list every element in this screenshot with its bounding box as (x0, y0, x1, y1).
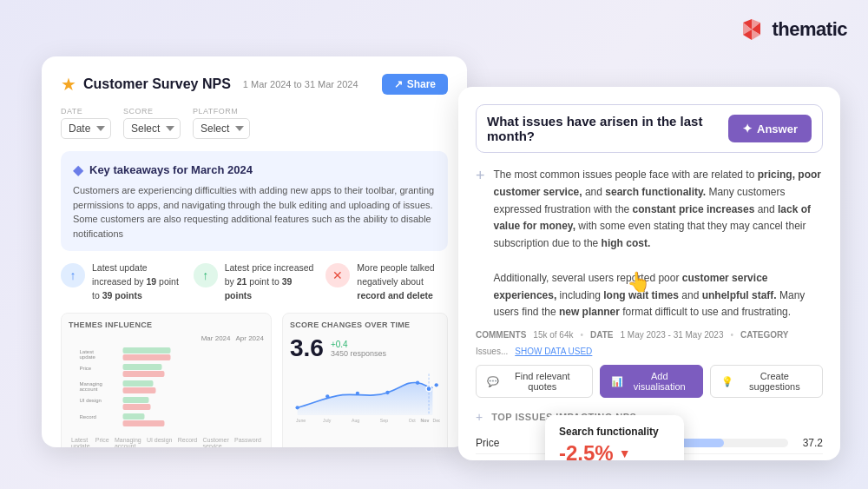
meta-dot-1: • (581, 330, 584, 340)
answer-text-2: and (582, 186, 606, 198)
svg-text:Record: Record (79, 414, 95, 420)
meta-category-val: Issues... (476, 347, 508, 356)
svg-rect-14 (122, 404, 150, 410)
share-icon: ↗ (394, 78, 403, 90)
metric-item-3: ✕ More people talked negatively about re… (326, 261, 448, 302)
svg-text:June: June (296, 418, 306, 423)
takeaways-text: Customers are experiencing difficulties … (73, 183, 436, 241)
answer-bold-7: long wait times (603, 289, 679, 301)
logo-icon (738, 16, 766, 43)
svg-point-27 (385, 391, 389, 394)
score-filter-select[interactable]: Select (123, 118, 181, 139)
takeaways-header: ◆ Key takeaways for March 2024 (73, 162, 436, 178)
svg-point-24 (295, 406, 299, 409)
answer-bold-9: new planner (559, 306, 620, 318)
score-chart: SCORE CHANGES OVER TIME 3.6 +0.4 3450 re… (282, 313, 448, 447)
svg-text:update: update (79, 354, 95, 360)
add-vis-icon: 📊 (611, 376, 623, 387)
metric-text-2: Latest price increased by 21 point to 39… (225, 261, 316, 302)
bar-x-label-3: Managingaccount (115, 437, 141, 447)
add-vis-label: Add visualisation (628, 371, 692, 392)
card-header: ★ Customer Survey NPS 1 Mar 2024 to 31 M… (61, 74, 448, 95)
svg-text:Aug: Aug (352, 418, 359, 423)
meta-dot-2: • (730, 330, 733, 340)
tooltip-value: -2.5% ▼ (559, 441, 670, 460)
answer-section: + The most common issues people face wit… (476, 167, 823, 321)
svg-text:Sep: Sep (380, 418, 388, 423)
card-title-group: ★ Customer Survey NPS 1 Mar 2024 to 31 M… (61, 74, 358, 95)
create-suggestions-button[interactable]: 💡 Create suggestions (710, 365, 823, 398)
date-filter-label: DATE (61, 107, 111, 116)
meta-comments-val: 15k of 64k (533, 330, 573, 340)
answer-text-1: The most common issues people face with … (494, 169, 758, 181)
answer-bold-2: search functionality. (605, 186, 706, 198)
logo-text: thematic (773, 18, 847, 41)
metric-icon-update: ↑ (61, 263, 85, 287)
tooltip-val-text: -2.5% (559, 441, 614, 460)
metric-item-2: ↑ Latest price increased by 21 point to … (194, 261, 316, 302)
answer-bold-5: high cost. (602, 237, 651, 249)
date-filter-select[interactable]: Date (61, 118, 111, 139)
answer-text-7: including (556, 289, 603, 301)
charts-row: THEMES INFLUENCE Mar 2024 Apr 2024 (61, 313, 448, 447)
find-quotes-label: Find relevant quotes (503, 371, 582, 392)
metric-icon-record: ✕ (326, 263, 350, 287)
tooltip-arrow: ▼ (619, 446, 631, 460)
find-quotes-button[interactable]: 💬 Find relevant quotes (476, 365, 593, 398)
metric-item-1: ↑ Latest update increased by 19 point to… (61, 261, 183, 302)
star-icon: ★ (61, 74, 76, 95)
card-date-range: 1 Mar 2024 to 31 Mar 2024 (243, 79, 358, 89)
svg-rect-8 (122, 354, 170, 360)
score-responses: 3450 responses (331, 349, 386, 358)
bar-x-label-7: Password (234, 437, 261, 447)
share-button[interactable]: ↗ Share (382, 74, 448, 95)
bar-col2-label: Apr 2024 (235, 334, 263, 342)
answer-text-10: format difficult to use and frustrating. (620, 306, 791, 318)
answer-icon: ✦ (742, 122, 753, 135)
meta-date-val: 1 May 2023 - 31 May 2023 (621, 330, 724, 340)
bar-x-label-1: Latestupdate (71, 437, 89, 447)
show-data-link[interactable]: SHOW DATA USED (515, 347, 592, 356)
add-visualisation-button[interactable]: 📊 Add visualisation (600, 365, 703, 398)
svg-point-26 (356, 392, 359, 395)
svg-rect-11 (122, 380, 153, 387)
bar-x-label-4: UI design (147, 437, 173, 447)
platform-filter-select[interactable]: Select (193, 118, 250, 139)
metric-icon-price: ↑ (194, 263, 218, 287)
diamond-icon: ◆ (73, 162, 83, 178)
svg-text:Price: Price (79, 366, 91, 371)
share-label: Share (407, 78, 436, 90)
answer-text-6: Additionally, several users reported poo… (494, 272, 682, 284)
answer-bold-8: unhelpful staff. (702, 289, 777, 301)
right-card: What issues have arisen in the last mont… (458, 87, 840, 460)
sparkline-svg: June July Aug Sep Oct Nov Dec (290, 362, 440, 423)
logo-area: thematic (738, 16, 847, 43)
svg-text:Nov: Nov (421, 418, 430, 423)
svg-point-28 (416, 381, 419, 385)
issue-value-price: 37.2 (797, 437, 823, 449)
score-filter-label: SCORE (123, 107, 181, 116)
bar-chart-label: THEMES INFLUENCE (69, 320, 264, 329)
section-expand-icon: + (476, 410, 483, 424)
answer-text-4: and (754, 203, 778, 215)
tooltip-title: Search functionality (559, 426, 670, 438)
answer-bold-3: constant price increases (633, 203, 755, 215)
metrics-row: ↑ Latest update increased by 19 point to… (61, 261, 448, 302)
svg-text:July: July (323, 418, 332, 423)
platform-filter-label: PLATFORM (193, 107, 250, 116)
date-filter-group: DATE Date (61, 107, 111, 139)
answer-button[interactable]: ✦ Answer (728, 115, 812, 142)
bar-x-label-6: Customerservice (202, 437, 228, 447)
find-quotes-icon: 💬 (487, 376, 499, 387)
meta-category-label: CATEGORY (740, 330, 789, 340)
answer-text-8: and (679, 289, 702, 301)
score-area: 3.6 +0.4 3450 responses (290, 334, 440, 362)
card-title: Customer Survey NPS (83, 76, 231, 92)
meta-date-label: DATE (590, 330, 613, 340)
metric-text-1: Latest update increased by 19 point to 3… (92, 261, 183, 302)
bar-chart: THEMES INFLUENCE Mar 2024 Apr 2024 (61, 313, 272, 447)
bar-x-label-5: Record (178, 437, 198, 447)
svg-text:Dec: Dec (432, 418, 440, 423)
score-chart-label: SCORE CHANGES OVER TIME (290, 320, 440, 329)
ai-question-row: What issues have arisen in the last mont… (476, 104, 823, 153)
